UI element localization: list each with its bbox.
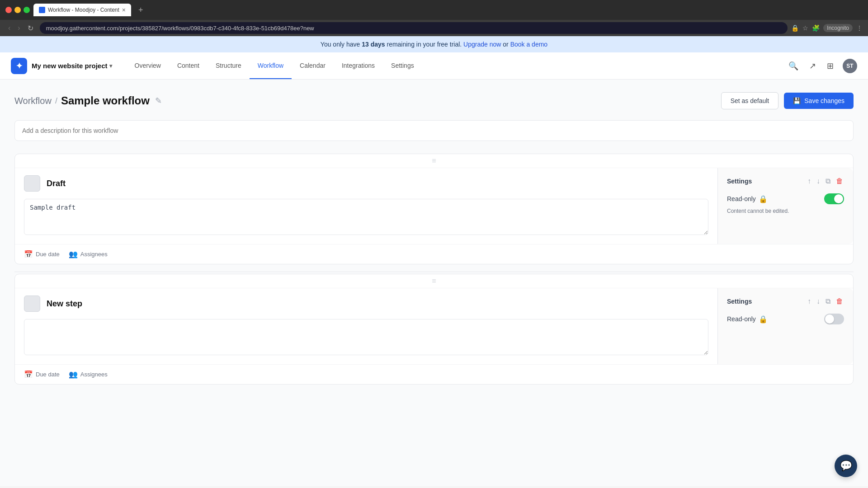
settings-title-draft: Settings ↑ ↓ ⧉ 🗑 (727, 176, 844, 186)
browser-actions: 🔒 ☆ 🧩 Incognito ⋮ (791, 24, 863, 32)
reload-btn[interactable]: ↻ (25, 23, 36, 33)
project-name-text: My new website project (32, 62, 108, 70)
window-minimize-btn[interactable] (14, 7, 21, 13)
lock-icon-new: 🔒 (759, 315, 768, 324)
save-changes-btn[interactable]: 💾 Save changes (784, 93, 854, 109)
window-close-btn[interactable] (5, 7, 12, 13)
toggle-knob-new (825, 314, 834, 324)
calendar-icon-new: 📅 (24, 370, 33, 379)
tab-title: Workflow - Moodjoy - Content (48, 7, 119, 13)
project-chevron-icon: ▾ (109, 63, 112, 69)
nav-buttons: ‹ › ↻ (5, 23, 36, 33)
step-name-new: New step (47, 299, 82, 309)
step-settings-new: Settings ↑ ↓ ⧉ 🗑 Read-only 🔒 (717, 288, 853, 364)
tab-workflow[interactable]: Workflow (250, 52, 292, 79)
tab-close-btn[interactable]: × (122, 6, 126, 14)
search-btn[interactable]: 🔍 (787, 59, 800, 73)
read-only-label-new: Read-only 🔒 (727, 315, 768, 324)
due-date-item-draft[interactable]: 📅 Due date (24, 250, 60, 258)
assignees-icon-new: 👥 (69, 370, 78, 379)
step-footer-draft: 📅 Due date 👥 Assignees (15, 244, 853, 264)
move-down-btn-draft[interactable]: ↓ (816, 176, 821, 186)
assignees-label-new: Assignees (80, 371, 108, 378)
step-name-draft: Draft (47, 179, 66, 188)
upgrade-link[interactable]: Upgrade now (463, 41, 501, 48)
settings-controls-new: ↑ ↓ ⧉ 🗑 (807, 296, 844, 306)
step-settings-draft: Settings ↑ ↓ ⧉ 🗑 Read-only 🔒 (717, 168, 853, 244)
toggle-knob-draft (834, 194, 843, 203)
header-actions: 🔍 ↗ ⊞ ST (787, 59, 857, 73)
move-up-btn-draft[interactable]: ↑ (807, 176, 812, 186)
browser-tab[interactable]: Workflow - Moodjoy - Content × (33, 4, 131, 16)
assignees-item-draft[interactable]: 👥 Assignees (69, 250, 108, 258)
main-nav: Overview Content Structure Workflow Cale… (127, 52, 422, 79)
read-only-toggle-draft[interactable] (824, 193, 844, 204)
chat-bubble-btn[interactable]: 💬 (835, 455, 857, 477)
breadcrumb-separator: / (55, 96, 57, 106)
project-name[interactable]: My new website project ▾ (32, 62, 112, 70)
logo-icon[interactable]: ✦ (11, 58, 27, 74)
star-icon: ☆ (802, 24, 808, 32)
tab-favicon (39, 7, 45, 13)
delete-btn-draft[interactable]: 🗑 (835, 176, 844, 186)
grid-btn[interactable]: ⊞ (825, 59, 835, 73)
step-color-swatch-new[interactable] (24, 296, 40, 312)
read-only-row-draft: Read-only 🔒 (727, 193, 844, 204)
share-btn[interactable]: ↗ (807, 59, 818, 73)
chat-icon: 💬 (840, 460, 852, 472)
logo-area: ✦ My new website project ▾ (11, 58, 112, 74)
forward-btn[interactable]: › (15, 23, 23, 33)
tab-structure[interactable]: Structure (208, 52, 250, 79)
copy-btn-draft[interactable]: ⧉ (825, 176, 831, 186)
settings-controls-draft: ↑ ↓ ⧉ 🗑 (807, 176, 844, 186)
window-maximize-btn[interactable] (24, 7, 30, 13)
read-only-text-new: Read-only (727, 315, 756, 323)
extensions-icon: 🧩 (812, 24, 820, 32)
drag-handle-draft[interactable]: ≡ (15, 154, 853, 168)
step-description-draft[interactable]: Sample draft (24, 199, 708, 235)
back-btn[interactable]: ‹ (5, 23, 13, 33)
due-date-label-draft: Due date (36, 251, 60, 258)
save-changes-label: Save changes (804, 97, 844, 104)
tab-overview[interactable]: Overview (127, 52, 169, 79)
tab-calendar[interactable]: Calendar (292, 52, 334, 79)
delete-btn-new[interactable]: 🗑 (835, 296, 844, 306)
step-body-draft: Draft Sample draft Settings ↑ ↓ ⧉ 🗑 Re (15, 168, 853, 244)
edit-title-btn[interactable]: ✎ (153, 94, 164, 108)
settings-label-draft: Settings (727, 178, 752, 185)
tab-content[interactable]: Content (169, 52, 208, 79)
set-default-btn[interactable]: Set as default (721, 92, 779, 109)
read-only-toggle-new[interactable] (824, 314, 844, 324)
step-header-draft: Draft (24, 175, 708, 192)
user-avatar[interactable]: ST (843, 59, 857, 73)
step-description-new[interactable] (24, 319, 708, 355)
incognito-badge: Incognito (823, 24, 853, 32)
new-tab-btn[interactable]: + (135, 5, 147, 15)
breadcrumb-current-title: Sample workflow (61, 94, 150, 107)
assignees-item-new[interactable]: 👥 Assignees (69, 370, 108, 379)
menu-icon[interactable]: ⋮ (856, 24, 863, 32)
breadcrumb: Workflow / Sample workflow ✎ (14, 94, 164, 108)
move-up-btn-new[interactable]: ↑ (807, 296, 812, 306)
read-only-row-new: Read-only 🔒 (727, 314, 844, 324)
step-header-new: New step (24, 296, 708, 312)
settings-title-new: Settings ↑ ↓ ⧉ 🗑 (727, 296, 844, 306)
due-date-item-new[interactable]: 📅 Due date (24, 370, 60, 379)
assignees-label-draft: Assignees (80, 251, 108, 258)
address-bar: ‹ › ↻ 🔒 ☆ 🧩 Incognito ⋮ (0, 20, 868, 36)
breadcrumb-workflow-link[interactable]: Workflow (14, 96, 52, 106)
window-controls (5, 7, 30, 13)
demo-link[interactable]: Book a demo (510, 41, 548, 48)
read-only-desc-draft: Content cannot be edited. (727, 208, 844, 214)
tab-integrations[interactable]: Integrations (334, 52, 383, 79)
tab-settings[interactable]: Settings (383, 52, 422, 79)
move-down-btn-new[interactable]: ↓ (816, 296, 821, 306)
step-body-new: New step Settings ↑ ↓ ⧉ 🗑 Read-only (15, 288, 853, 364)
workflow-description-input[interactable] (14, 120, 854, 141)
drag-handle-new[interactable]: ≡ (15, 274, 853, 288)
step-main-draft: Draft Sample draft (15, 168, 717, 244)
url-bar[interactable] (40, 22, 788, 34)
copy-btn-new[interactable]: ⧉ (825, 296, 831, 306)
app-header: ✦ My new website project ▾ Overview Cont… (0, 52, 868, 80)
step-color-swatch-draft[interactable] (24, 175, 40, 192)
